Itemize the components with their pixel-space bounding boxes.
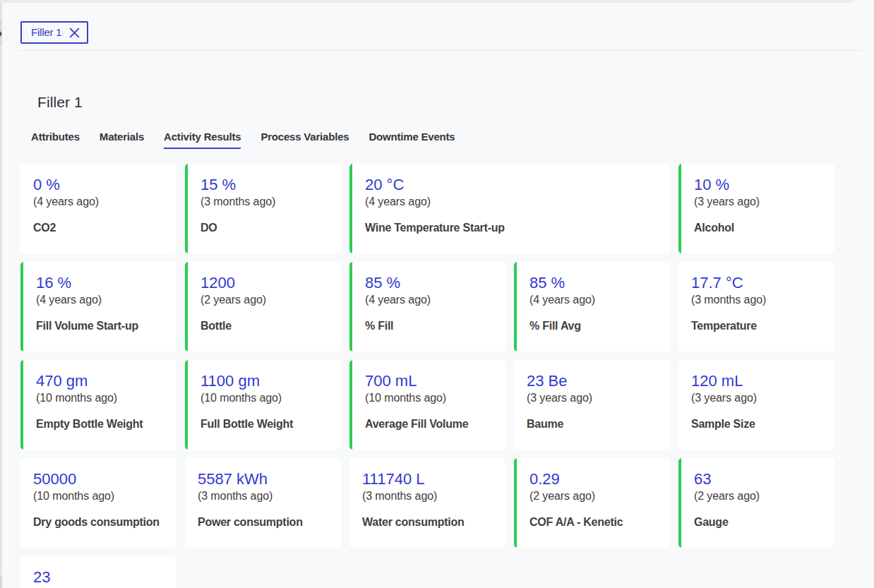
tab-process-variables[interactable]: Process Variables [261, 130, 349, 149]
metric-value: 1200 [200, 273, 330, 293]
freshness-indicator-bar [514, 262, 517, 352]
metric-value: 50000 [33, 469, 165, 489]
metric-timestamp: (2 years ago) [529, 489, 659, 503]
metric-card[interactable]: 17.7 °C (3 months ago) Temperature [678, 262, 834, 352]
metric-timestamp: (3 months ago) [200, 195, 330, 209]
metric-card[interactable]: 20 °C (4 years ago) Wine Temperature Sta… [349, 164, 670, 253]
freshness-indicator-bar [678, 164, 681, 253]
metric-card[interactable]: 63 (2 years ago) Gauge [678, 458, 834, 548]
metric-card[interactable]: 0.29 (2 years ago) COF A/A - Kenetic [514, 458, 670, 548]
freshness-indicator-bar [185, 262, 188, 352]
metric-value: 1100 gm [200, 371, 330, 391]
freshness-indicator-bar [678, 458, 681, 548]
metric-value: 470 gm [36, 371, 165, 391]
metric-card[interactable]: 23 Be (3 years ago) Baume [514, 360, 670, 450]
metric-label: % Fill Avg [529, 319, 659, 333]
freshness-indicator-bar [349, 360, 352, 450]
expand-panel-arrow-icon[interactable] [0, 31, 2, 37]
page-title: Filler 1 [37, 94, 83, 111]
metric-timestamp: (4 years ago) [529, 293, 659, 307]
metric-value: 23 Be [527, 371, 659, 391]
metric-label: Power consumption [198, 515, 330, 529]
activity-results-grid: 0 % (4 years ago) CO2 15 % (3 months ago… [20, 164, 834, 588]
tab-downtime-events[interactable]: Downtime Events [369, 130, 455, 149]
metric-timestamp: (4 years ago) [33, 195, 165, 209]
chip-close-icon[interactable] [68, 27, 80, 39]
metric-card[interactable]: 1200 (2 years ago) Bottle [185, 262, 341, 352]
freshness-indicator-bar [349, 262, 352, 352]
freshness-indicator-bar [349, 164, 352, 253]
metric-label: CO2 [33, 221, 165, 235]
metric-value: 20 °C [365, 175, 659, 195]
metric-timestamp: (10 months ago) [36, 391, 165, 405]
metric-card[interactable]: 16 % (4 years ago) Fill Volume Start-up [20, 262, 176, 352]
metric-timestamp: (3 months ago) [198, 489, 330, 503]
metric-card[interactable]: 111740 L (3 months ago) Water consumptio… [349, 458, 505, 548]
metric-card[interactable]: 85 % (4 years ago) % Fill [349, 262, 505, 352]
metric-label: Fill Volume Start-up [36, 319, 165, 333]
tab-attributes[interactable]: Attributes [31, 130, 80, 149]
metric-value: 23 [33, 568, 165, 587]
metric-timestamp: (10 months ago) [365, 391, 494, 405]
metric-card[interactable]: 50000 (10 months ago) Dry goods consumpt… [20, 458, 176, 548]
metric-timestamp: (3 months ago) [691, 293, 823, 307]
metric-label: % Fill [365, 319, 494, 333]
metric-card[interactable]: 5587 kWh (3 months ago) Power consumptio… [185, 458, 341, 548]
freshness-indicator-bar [20, 360, 23, 450]
metric-label: Wine Temperature Start-up [365, 221, 659, 235]
metric-label: Water consumption [362, 515, 494, 529]
metric-timestamp: (4 years ago) [36, 293, 165, 307]
metric-label: Gauge [694, 515, 823, 529]
metric-value: 700 mL [365, 371, 494, 391]
metric-timestamp: (3 years ago) [691, 391, 823, 405]
cropped-header-edge [0, 0, 854, 3]
metric-label: Dry goods consumption [33, 515, 165, 529]
freshness-indicator-bar [185, 360, 188, 450]
metric-label: COF A/A - Kenetic [529, 515, 659, 529]
metric-label: Average Fill Volume [365, 417, 494, 431]
collapsed-panel-edge-bottom [0, 577, 2, 588]
metric-timestamp: (10 months ago) [200, 391, 330, 405]
metric-card[interactable]: 0 % (4 years ago) CO2 [20, 164, 176, 253]
metric-value: 0 % [33, 175, 165, 195]
metric-value: 17.7 °C [691, 273, 823, 293]
metric-value: 16 % [36, 273, 165, 293]
freshness-indicator-bar [185, 164, 188, 253]
metric-timestamp: (2 years ago) [694, 489, 823, 503]
metric-card[interactable]: 120 mL (3 years ago) Sample Size [678, 360, 834, 450]
metric-timestamp: (2 years ago) [200, 293, 330, 307]
metric-value: 85 % [529, 273, 659, 293]
metric-label: Empty Bottle Weight [36, 417, 165, 431]
metric-value: 111740 L [362, 469, 494, 489]
metric-timestamp: (3 years ago) [694, 195, 823, 209]
metric-card[interactable]: 470 gm (10 months ago) Empty Bottle Weig… [20, 360, 176, 450]
metric-label: Alcohol [694, 221, 823, 235]
metric-label: Temperature [691, 319, 823, 333]
metric-value: 120 mL [691, 371, 823, 391]
metric-label: Sample Size [691, 417, 823, 431]
metric-value: 63 [694, 469, 823, 489]
metric-timestamp: (4 years ago) [365, 195, 659, 209]
metric-label: Baume [527, 417, 659, 431]
metric-card[interactable]: 1100 gm (10 months ago) Full Bottle Weig… [185, 360, 341, 450]
metric-timestamp: (3 years ago) [527, 391, 659, 405]
metric-timestamp: (4 years ago) [365, 293, 494, 307]
metric-value: 5587 kWh [198, 469, 330, 489]
divider [20, 50, 862, 51]
tab-materials[interactable]: Materials [100, 130, 144, 149]
metric-card[interactable]: 15 % (3 months ago) DO [185, 164, 341, 253]
metric-card[interactable]: 700 mL (10 months ago) Average Fill Volu… [349, 360, 505, 450]
tab-activity-results[interactable]: Activity Results [164, 130, 241, 149]
metric-value: 0.29 [529, 469, 659, 489]
freshness-indicator-bar [20, 262, 23, 352]
metric-card[interactable]: 23 [20, 556, 176, 588]
metric-label: DO [200, 221, 330, 235]
freshness-indicator-bar [514, 458, 517, 548]
filter-chip-filler-1[interactable]: Filler 1 [20, 21, 88, 44]
metric-card[interactable]: 10 % (3 years ago) Alcohol [678, 164, 834, 253]
metric-label: Full Bottle Weight [200, 417, 330, 431]
metric-timestamp: (3 months ago) [362, 489, 494, 503]
metric-card[interactable]: 85 % (4 years ago) % Fill Avg [514, 262, 670, 352]
collapsed-panel-edge[interactable] [0, 3, 2, 588]
metric-label: Bottle [200, 319, 330, 333]
